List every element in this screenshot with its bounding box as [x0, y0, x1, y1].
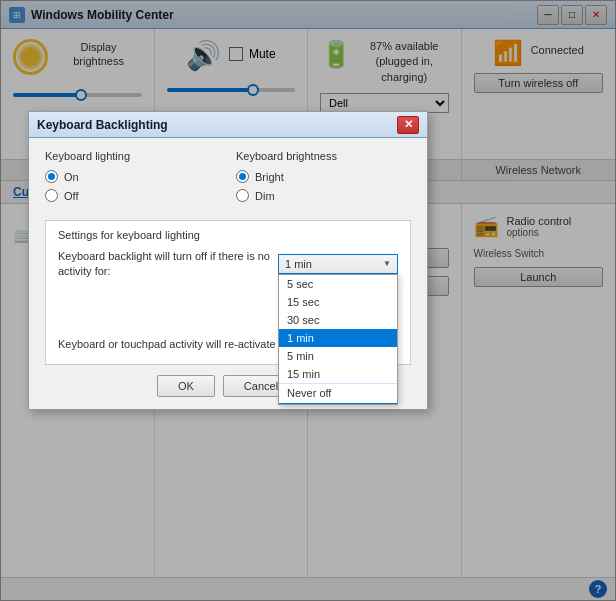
- lighting-off-radio[interactable]: [45, 189, 58, 202]
- lighting-off-label: Off: [64, 190, 78, 202]
- lighting-on-radio[interactable]: [45, 170, 58, 183]
- keyboard-lighting-section: Keyboard lighting On Off: [45, 150, 220, 208]
- brightness-bright-label: Bright: [255, 171, 284, 183]
- lighting-on-label: On: [64, 171, 79, 183]
- dropdown-item-5sec[interactable]: 5 sec: [279, 275, 397, 293]
- settings-section: Settings for keyboard lighting Keyboard …: [45, 220, 411, 365]
- brightness-dim-radio[interactable]: [236, 189, 249, 202]
- dropdown-item-never[interactable]: Never off: [279, 383, 397, 404]
- modal-overlay: Keyboard Backlighting ✕ Keyboard lightin…: [0, 0, 616, 601]
- settings-row-1-label: Keyboard backlight will turn off if ther…: [58, 249, 270, 278]
- modal-title-bar: Keyboard Backlighting ✕: [29, 112, 427, 138]
- dropdown-arrow-icon: ▼: [383, 259, 391, 268]
- dropdown-item-5min[interactable]: 5 min: [279, 347, 397, 365]
- activity-timeout-dropdown[interactable]: 1 min ▼: [278, 254, 398, 274]
- dropdown-selected-value: 1 min: [285, 258, 312, 270]
- dropdown-list: 5 sec 15 sec 30 sec 1 min 5 min 15 min N…: [278, 274, 398, 405]
- dropdown-item-15min[interactable]: 15 min: [279, 365, 397, 383]
- modal-title: Keyboard Backlighting: [37, 118, 397, 132]
- keyboard-brightness-section: Keyboard brightness Bright Dim: [236, 150, 411, 208]
- lighting-on-radio-dot: [48, 173, 55, 180]
- modal-sections: Keyboard lighting On Off: [45, 150, 411, 208]
- modal-close-button[interactable]: ✕: [397, 116, 419, 134]
- brightness-bright-radio-dot: [239, 173, 246, 180]
- settings-title: Settings for keyboard lighting: [58, 229, 398, 241]
- brightness-bright-row[interactable]: Bright: [236, 170, 411, 183]
- modal-body: Keyboard lighting On Off: [29, 138, 427, 409]
- brightness-dim-label: Dim: [255, 190, 275, 202]
- lighting-off-row[interactable]: Off: [45, 189, 220, 202]
- keyboard-brightness-title: Keyboard brightness: [236, 150, 411, 162]
- brightness-bright-radio[interactable]: [236, 170, 249, 183]
- activity-timeout-dropdown-wrapper: 1 min ▼ 5 sec 15 sec 30 sec 1 min 5 min …: [278, 254, 398, 274]
- lighting-on-row[interactable]: On: [45, 170, 220, 183]
- dropdown-item-1min[interactable]: 1 min: [279, 329, 397, 347]
- keyboard-backlighting-modal: Keyboard Backlighting ✕ Keyboard lightin…: [28, 111, 428, 410]
- ok-button[interactable]: OK: [157, 375, 215, 397]
- dropdown-item-30sec[interactable]: 30 sec: [279, 311, 397, 329]
- dropdown-item-15sec[interactable]: 15 sec: [279, 293, 397, 311]
- brightness-dim-row[interactable]: Dim: [236, 189, 411, 202]
- keyboard-lighting-title: Keyboard lighting: [45, 150, 220, 162]
- settings-row-1: Keyboard backlight will turn off if ther…: [58, 249, 398, 278]
